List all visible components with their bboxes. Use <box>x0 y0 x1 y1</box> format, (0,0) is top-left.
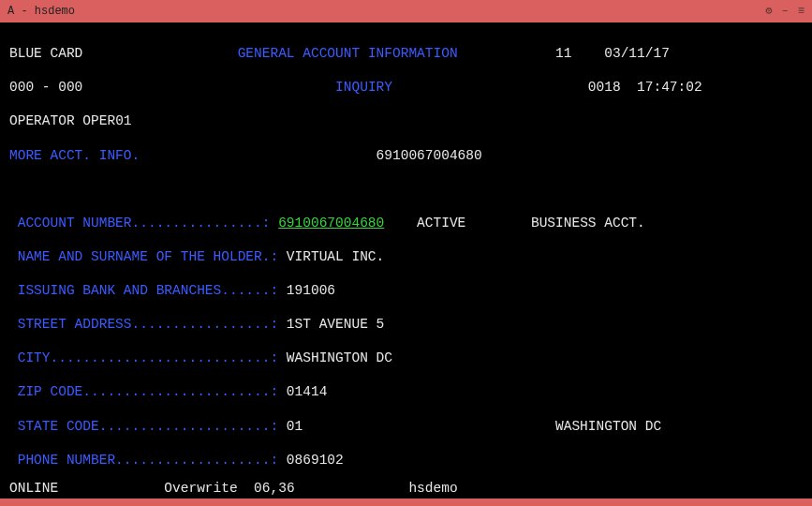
field-label-phone: PHONE NUMBER...................: <box>18 453 278 468</box>
minimize-icon[interactable]: – <box>782 5 789 19</box>
mode: INQUIRY <box>335 80 392 95</box>
screen-title: GENERAL ACCOUNT INFORMATION <box>238 46 458 61</box>
field-label-street: STREET ADDRESS.................: <box>18 317 278 332</box>
menu-icon[interactable]: ≡ <box>798 5 805 19</box>
field-label-account: ACCOUNT NUMBER................: <box>18 216 271 231</box>
field-label-bank: ISSUING BANK AND BRANCHES......: <box>18 283 278 298</box>
window: A - hsdemo ⚙ – ≡ BLUE CARD GENERAL ACCOU… <box>0 0 812 506</box>
bank-value: 191006 <box>287 283 335 298</box>
account-status: ACTIVE <box>417 216 465 231</box>
account-type: BUSINESS ACCT. <box>531 216 645 231</box>
holder-value: VIRTUAL INC. <box>287 249 384 264</box>
terminal-id: 0018 <box>588 80 621 95</box>
status-bar: ONLINE Overwrite 06,36 hsdemo <box>0 478 812 499</box>
state-value: 01 <box>287 419 303 434</box>
date: 03/11/17 <box>604 46 670 61</box>
bottombar <box>0 499 812 506</box>
settings-icon[interactable]: ⚙ <box>765 5 772 19</box>
cursor-pos: 06,36 <box>254 481 295 496</box>
app-name: BLUE CARD <box>9 46 82 61</box>
org-range: 000 - 000 <box>9 80 82 95</box>
street-value: 1ST AVENUE 5 <box>287 317 384 332</box>
terminal-screen[interactable]: BLUE CARD GENERAL ACCOUNT INFORMATION 11… <box>0 22 812 478</box>
field-label-state: STATE CODE.....................: <box>18 419 278 434</box>
more-info-label: MORE ACCT. INFO. <box>9 148 140 163</box>
operator-label: OPERATOR <box>9 113 75 128</box>
page-num: 11 <box>555 46 571 61</box>
state-decoded: WASHINGTON DC <box>555 419 661 434</box>
account-number-input[interactable]: 6910067004680 <box>278 216 384 231</box>
operator-id: OPER01 <box>82 113 131 128</box>
session-name: hsdemo <box>408 481 457 496</box>
zip-value: 01414 <box>287 384 328 399</box>
conn-status: ONLINE <box>9 481 58 496</box>
window-title: A - hsdemo <box>7 5 765 19</box>
input-mode: Overwrite <box>164 481 237 496</box>
account-header: 6910067004680 <box>376 148 482 163</box>
titlebar[interactable]: A - hsdemo ⚙ – ≡ <box>0 0 812 22</box>
phone-value: 0869102 <box>287 453 344 468</box>
city-value: WASHINGTON DC <box>287 350 392 365</box>
time: 17:47:02 <box>637 80 702 95</box>
field-label-zip: ZIP CODE.......................: <box>18 384 278 399</box>
field-label-holder: NAME AND SURNAME OF THE HOLDER.: <box>18 249 278 264</box>
field-label-city: CITY...........................: <box>18 350 278 365</box>
